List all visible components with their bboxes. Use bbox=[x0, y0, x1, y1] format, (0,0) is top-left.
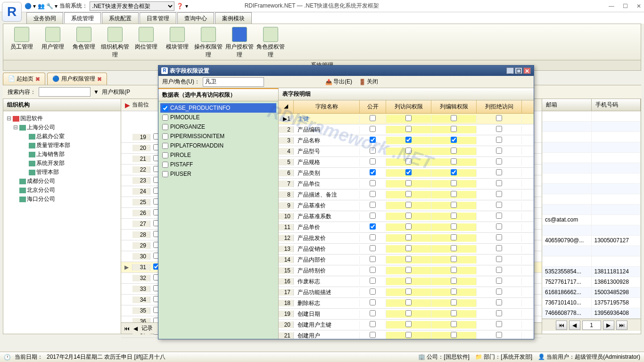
perm-checkbox[interactable] bbox=[405, 256, 412, 262]
perm-checkbox[interactable] bbox=[405, 169, 412, 175]
perm-checkbox[interactable] bbox=[370, 288, 376, 295]
perm-checkbox[interactable] bbox=[370, 137, 376, 143]
data-row[interactable]: 7466608778...13956936408 bbox=[542, 308, 641, 319]
main-tab-0[interactable]: 业务协同 bbox=[26, 12, 63, 24]
ribbon-btn-1[interactable]: 用户管理 bbox=[38, 26, 67, 58]
perm-checkbox[interactable] bbox=[370, 158, 376, 165]
perm-checkbox[interactable] bbox=[405, 321, 412, 327]
main-tab-5[interactable]: 案例模块 bbox=[215, 12, 252, 24]
perm-checkbox[interactable] bbox=[451, 191, 457, 197]
field-row[interactable]: 8产品描述、备注 bbox=[279, 189, 534, 200]
data-row[interactable]: 5352355854...13811181124 bbox=[542, 267, 641, 277]
perm-checkbox[interactable] bbox=[405, 267, 412, 273]
perm-checkbox[interactable] bbox=[496, 148, 502, 154]
perm-checkbox[interactable] bbox=[405, 137, 412, 143]
table-item[interactable]: PIORGANIZE bbox=[160, 122, 276, 132]
data-row[interactable] bbox=[542, 122, 641, 132]
pager-next[interactable]: ▶ bbox=[603, 321, 614, 330]
field-row[interactable]: 3产品名称 bbox=[279, 135, 534, 146]
tree-node[interactable]: 成都分公司 bbox=[6, 177, 118, 186]
perm-checkbox[interactable] bbox=[370, 310, 376, 316]
perm-checkbox[interactable] bbox=[370, 180, 376, 186]
perm-checkbox[interactable] bbox=[496, 278, 502, 284]
table-item[interactable]: PIPLATFORMADDIN bbox=[160, 141, 276, 150]
tree-node[interactable]: 上海销售部 bbox=[6, 150, 118, 159]
perm-checkbox[interactable] bbox=[370, 169, 376, 175]
perm-checkbox[interactable] bbox=[496, 321, 502, 327]
perm-checkbox[interactable] bbox=[405, 213, 412, 219]
perm-checkbox[interactable] bbox=[496, 223, 502, 230]
pager-prev[interactable]: ◀ bbox=[569, 321, 580, 330]
perm-checkbox[interactable] bbox=[405, 245, 412, 251]
perm-checkbox[interactable] bbox=[496, 245, 502, 251]
perm-checkbox[interactable] bbox=[496, 202, 502, 208]
perm-checkbox[interactable] bbox=[451, 213, 457, 219]
perm-checkbox[interactable] bbox=[405, 234, 412, 240]
perm-checkbox[interactable] bbox=[451, 180, 457, 186]
perm-checkbox[interactable] bbox=[451, 115, 457, 121]
tree-node[interactable]: ⊟上海分公司 bbox=[6, 123, 118, 132]
pager-page-input[interactable] bbox=[582, 321, 601, 330]
close-button[interactable]: 🚪 关闭 bbox=[357, 77, 380, 87]
perm-checkbox[interactable] bbox=[370, 267, 376, 273]
first-icon[interactable]: ⏮ bbox=[124, 325, 130, 332]
perm-checkbox[interactable] bbox=[496, 234, 502, 240]
perm-checkbox[interactable] bbox=[451, 202, 457, 208]
perm-checkbox[interactable] bbox=[405, 288, 412, 295]
perm-checkbox[interactable] bbox=[496, 213, 502, 219]
field-row[interactable]: 7产品单位 bbox=[279, 179, 534, 189]
tree-node[interactable]: ⊟国思软件 bbox=[6, 114, 118, 123]
perm-checkbox[interactable] bbox=[496, 180, 502, 186]
perm-checkbox[interactable] bbox=[496, 169, 502, 175]
dialog-minimize[interactable]: _ bbox=[506, 67, 514, 74]
data-row[interactable]: 6168186662...15003485298 bbox=[542, 288, 641, 298]
export-button[interactable]: 📤 导出(E) bbox=[323, 77, 354, 87]
perm-checkbox[interactable] bbox=[370, 191, 376, 197]
field-row[interactable]: 20创建用户主键 bbox=[279, 320, 534, 330]
table-checkbox[interactable] bbox=[162, 105, 168, 111]
perm-checkbox[interactable] bbox=[370, 278, 376, 284]
ribbon-btn-8[interactable]: 角色授权管理 bbox=[256, 26, 285, 58]
field-row[interactable]: 21创建用户 bbox=[279, 330, 534, 339]
data-row[interactable] bbox=[542, 142, 641, 153]
data-row[interactable] bbox=[542, 205, 641, 215]
table-item[interactable]: CASE_PRODUCTINFO bbox=[160, 103, 276, 113]
perm-checkbox[interactable] bbox=[451, 245, 457, 251]
perm-checkbox[interactable] bbox=[370, 332, 376, 338]
perm-checkbox[interactable] bbox=[405, 223, 412, 230]
perm-checkbox[interactable] bbox=[451, 223, 457, 230]
data-row[interactable] bbox=[542, 225, 641, 236]
perm-checkbox[interactable] bbox=[496, 299, 502, 305]
perm-checkbox[interactable] bbox=[496, 137, 502, 143]
tree-node[interactable]: 海口分公司 bbox=[6, 195, 118, 204]
field-row[interactable]: 4产品型号 bbox=[279, 146, 534, 157]
perm-checkbox[interactable] bbox=[370, 213, 376, 219]
field-row[interactable]: 17产品功能描述 bbox=[279, 287, 534, 298]
dialog-maximize[interactable]: ☐ bbox=[515, 67, 522, 74]
perm-checkbox[interactable] bbox=[405, 191, 412, 197]
perm-checkbox[interactable] bbox=[370, 245, 376, 251]
perm-checkbox[interactable] bbox=[496, 126, 502, 132]
tree-node[interactable]: 北京分公司 bbox=[6, 186, 118, 195]
perm-checkbox[interactable] bbox=[370, 202, 376, 208]
field-row[interactable]: 10产品基准系数 bbox=[279, 211, 534, 222]
ribbon-btn-6[interactable]: 操作权限管理 bbox=[194, 26, 223, 58]
field-row[interactable]: 14产品内部价 bbox=[279, 255, 534, 265]
perm-checkbox[interactable] bbox=[451, 288, 457, 295]
perm-checkbox[interactable] bbox=[405, 202, 412, 208]
table-item[interactable]: PIROLE bbox=[160, 150, 276, 160]
tree-node[interactable]: 管理本部 bbox=[6, 168, 118, 177]
perm-checkbox[interactable] bbox=[451, 278, 457, 284]
main-tab-4[interactable]: 查询中心 bbox=[177, 12, 214, 24]
pager-first[interactable]: ⏮ bbox=[556, 321, 567, 330]
perm-checkbox[interactable] bbox=[496, 158, 502, 165]
dialog-titlebar[interactable]: R 表字段权限设置 _ ☐ ✕ bbox=[158, 66, 534, 76]
table-checkbox[interactable] bbox=[162, 115, 168, 121]
table-checkbox[interactable] bbox=[162, 143, 168, 149]
ribbon-btn-3[interactable]: 组织机构管理 bbox=[100, 26, 130, 58]
perm-checkbox[interactable] bbox=[451, 256, 457, 262]
table-item[interactable]: PIPERMISSIONITEM bbox=[160, 132, 276, 141]
perm-checkbox[interactable] bbox=[451, 332, 457, 338]
table-item[interactable]: PIMODULE bbox=[160, 113, 276, 122]
field-row[interactable]: 19创建日期 bbox=[279, 309, 534, 320]
